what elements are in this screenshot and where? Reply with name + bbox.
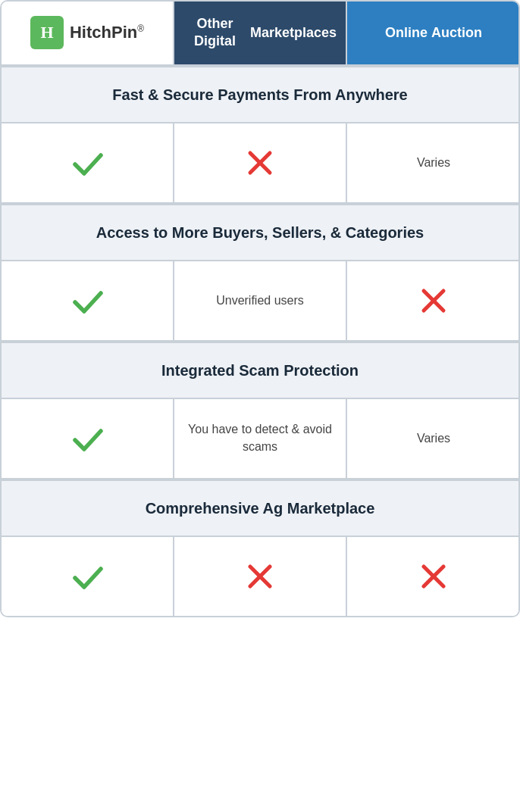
check-icon: [69, 558, 105, 595]
section-2-hitchpin: [2, 261, 174, 340]
section-1-online: Varies: [347, 123, 520, 202]
section-3-header: Integrated Scam Protection: [2, 343, 518, 398]
x-icon: [244, 147, 276, 179]
section-2-header: Access to More Buyers, Sellers, & Catego…: [2, 205, 518, 260]
section-1-hitchpin: [2, 123, 174, 202]
section-2-header-row: Access to More Buyers, Sellers, & Catego…: [2, 204, 518, 261]
x-icon: [418, 561, 450, 592]
check-icon: [69, 283, 105, 319]
x-icon: [418, 285, 450, 317]
section-4-header: Comprehensive Ag Marketplace: [2, 481, 518, 536]
section-4-header-row: Comprehensive Ag Marketplace: [2, 479, 518, 537]
section-4-online: [347, 537, 520, 616]
section-1-header-row: Fast & Secure Payments From Anywhere: [2, 66, 518, 123]
section-3-other: You have to detect & avoid scams: [174, 399, 347, 478]
section-2-online: [347, 261, 520, 340]
section-3-hitchpin: [2, 399, 174, 478]
section-3-header-row: Integrated Scam Protection: [2, 342, 518, 399]
section-1-other: [174, 123, 347, 202]
check-icon: [69, 420, 105, 457]
logo-text: HitchPin®: [70, 23, 144, 42]
section-1-data-row: Varies: [2, 123, 518, 204]
section-3-online: Varies: [347, 399, 520, 478]
check-icon: [69, 145, 105, 181]
other-digital-header: Other Digital Marketplaces: [174, 2, 347, 64]
section-3-data-row: You have to detect & avoid scams Varies: [2, 399, 518, 479]
section-2-other: Unverified users: [174, 261, 347, 340]
logo-cell: H HitchPin®: [2, 2, 174, 64]
section-1-header: Fast & Secure Payments From Anywhere: [2, 67, 518, 122]
section-2-data-row: Unverified users: [2, 261, 518, 342]
section-4-hitchpin: [2, 537, 174, 616]
section-4-other: [174, 537, 347, 616]
logo-icon: H: [30, 16, 64, 49]
logo-container: H HitchPin®: [30, 16, 144, 49]
x-icon: [244, 561, 276, 592]
header-row: H HitchPin® Other Digital Marketplaces O…: [2, 2, 518, 66]
online-auction-header: Online Auction: [347, 2, 520, 64]
comparison-table: H HitchPin® Other Digital Marketplaces O…: [0, 0, 520, 617]
section-4-data-row: [2, 537, 518, 616]
